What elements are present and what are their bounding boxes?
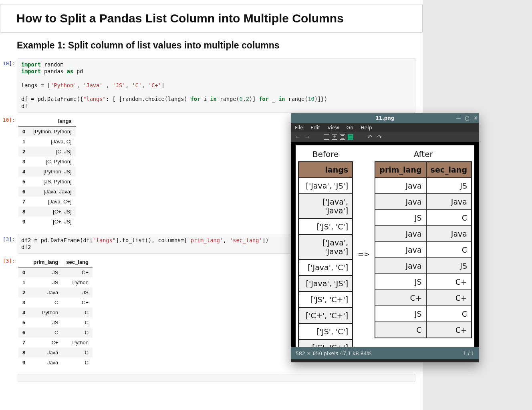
menu-edit[interactable]: Edit bbox=[310, 125, 320, 131]
in-prompt: 10]: bbox=[0, 58, 18, 66]
df1-header: langs bbox=[29, 116, 75, 127]
table-row: JavaJS bbox=[375, 258, 472, 274]
cell: Python bbox=[29, 308, 62, 318]
code-editor[interactable]: import random import pandas as pd langs … bbox=[18, 58, 415, 113]
table-row: 7[Java, C+] bbox=[18, 197, 76, 207]
row-index: 8 bbox=[18, 348, 29, 358]
menu-view[interactable]: View bbox=[327, 125, 339, 131]
table-row: 8[C+, JS] bbox=[18, 207, 76, 217]
zoom-fit-icon[interactable] bbox=[324, 134, 329, 140]
table-row: ['JS', 'C'] bbox=[298, 219, 353, 235]
rotate-right-icon[interactable]: ↷ bbox=[376, 133, 383, 141]
cell: [C+, JS] bbox=[29, 207, 75, 217]
close-icon[interactable]: ✕ bbox=[474, 116, 478, 121]
row-index: 2 bbox=[18, 287, 29, 297]
cell: [Python, JS] bbox=[29, 167, 75, 177]
cell: [JS, Python] bbox=[29, 177, 75, 187]
after-header-1: prim_lang bbox=[375, 162, 426, 178]
cell: JS bbox=[426, 178, 472, 194]
cell: ['Java', 'JS'] bbox=[298, 275, 353, 291]
row-index: 3 bbox=[18, 297, 29, 308]
forward-icon[interactable]: → bbox=[304, 133, 311, 141]
before-table: langs ['Java', 'JS']['Java', 'Java']['JS… bbox=[298, 161, 353, 347]
cell: [Java, C+] bbox=[29, 197, 75, 207]
zoom-1to1-icon[interactable] bbox=[340, 134, 345, 140]
table-row: ['Java', 'Java'] bbox=[298, 235, 353, 259]
table-row: 8JavaC bbox=[18, 348, 93, 358]
row-index: 1 bbox=[18, 137, 29, 147]
cell: C+ bbox=[62, 297, 93, 308]
example-1-heading: Example 1: Split column of list values i… bbox=[17, 40, 423, 51]
table-row: 1JSPython bbox=[18, 277, 93, 287]
cell: C bbox=[62, 318, 93, 328]
image-canvas[interactable]: Before langs ['Java', 'JS']['Java', 'Jav… bbox=[291, 142, 479, 347]
rotate-left-icon[interactable]: ↶ bbox=[366, 133, 373, 141]
cell: [C, JS] bbox=[29, 147, 75, 157]
dataframe-1: langs 0[Python, Python]1[Java, C]2[C, JS… bbox=[18, 116, 76, 227]
code-cell-1: 10]: import random import pandas as pd l… bbox=[0, 58, 423, 113]
menu-file[interactable]: File bbox=[295, 125, 303, 131]
table-row: ['C+', 'C+'] bbox=[298, 308, 353, 324]
table-row: 9JavaC bbox=[18, 358, 93, 368]
cell: ['Java', 'JS'] bbox=[298, 178, 353, 194]
cell: JS bbox=[29, 277, 62, 287]
after-label: After bbox=[375, 148, 472, 161]
table-row: JSC bbox=[375, 306, 472, 322]
menu-help[interactable]: Help bbox=[361, 125, 372, 131]
cell: JS bbox=[29, 318, 62, 328]
table-row: 7C+Python bbox=[18, 338, 93, 348]
row-index: 7 bbox=[18, 338, 29, 348]
row-index: 7 bbox=[18, 197, 29, 207]
after-header-2: sec_lang bbox=[426, 162, 472, 178]
cell: ['JS', 'C+'] bbox=[298, 291, 353, 308]
table-row: JavaJava bbox=[375, 226, 472, 242]
df2-header-1: prim_lang bbox=[29, 257, 62, 267]
menubar: File Edit View Go Help bbox=[291, 123, 479, 132]
table-row: 2JavaJS bbox=[18, 287, 93, 297]
back-icon[interactable]: ← bbox=[294, 133, 301, 141]
table-row: 0[Python, Python] bbox=[18, 126, 76, 137]
zoom-fill-icon[interactable] bbox=[348, 134, 353, 140]
table-row: 5JSC bbox=[18, 318, 93, 328]
in-prompt: [3]: bbox=[0, 234, 18, 242]
title-cell: How to Split a Pandas List Column into M… bbox=[0, 4, 423, 33]
table-row: 9[C+, JS] bbox=[18, 217, 76, 227]
cell: Python bbox=[62, 338, 93, 348]
minimize-icon[interactable]: — bbox=[456, 116, 461, 121]
cell: JS bbox=[375, 210, 426, 226]
cell: [Java, Java] bbox=[29, 187, 75, 197]
cell: ['JS', 'C'] bbox=[298, 219, 353, 235]
row-index: 3 bbox=[18, 157, 29, 167]
cell: Java bbox=[29, 348, 62, 358]
table-row: 2[C, JS] bbox=[18, 147, 76, 157]
status-right: 1 / 1 bbox=[463, 350, 474, 356]
row-index: 1 bbox=[18, 277, 29, 287]
menu-go[interactable]: Go bbox=[347, 125, 353, 131]
in-prompt bbox=[0, 374, 18, 376]
row-index: 9 bbox=[18, 217, 29, 227]
before-label: Before bbox=[298, 148, 353, 161]
table-row: ['Java', 'JS'] bbox=[298, 178, 353, 194]
maximize-icon[interactable]: ▢ bbox=[465, 116, 470, 121]
table-row: CC+ bbox=[375, 322, 472, 338]
cell: Java bbox=[29, 287, 62, 297]
cell: C bbox=[426, 306, 472, 322]
cell: C bbox=[62, 358, 93, 368]
table-row: 3CC+ bbox=[18, 297, 93, 308]
cell: Java bbox=[426, 226, 472, 242]
table-row: JavaJS bbox=[375, 178, 472, 194]
arrow-icon: => bbox=[357, 250, 371, 258]
table-row: 3[C, Python] bbox=[18, 157, 76, 167]
cell: ['C', 'C+'] bbox=[298, 340, 353, 347]
cell: Java bbox=[375, 178, 426, 194]
cell: C bbox=[62, 348, 93, 358]
window-titlebar[interactable]: 11.png — ▢ ✕ bbox=[291, 113, 479, 123]
toolbar: ← → ↶ ↷ bbox=[291, 132, 479, 142]
table-row: ['Java', 'JS'] bbox=[298, 275, 353, 291]
code-editor[interactable] bbox=[18, 374, 415, 382]
cell: ['JS', 'C'] bbox=[298, 324, 353, 340]
table-row: ['JS', 'C'] bbox=[298, 324, 353, 340]
zoom-in-icon[interactable] bbox=[332, 134, 337, 140]
row-index: 5 bbox=[18, 177, 29, 187]
table-row: ['JS', 'C+'] bbox=[298, 291, 353, 308]
